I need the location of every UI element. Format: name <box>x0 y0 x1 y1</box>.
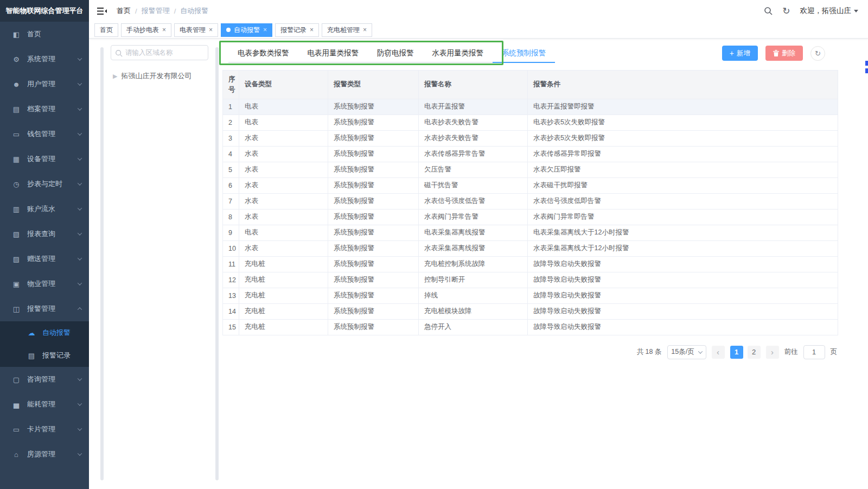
close-icon[interactable]: × <box>310 27 314 33</box>
table-row[interactable]: 10水表系统预制报警水表采集器离线报警水表采集器离线大于12小时报警 <box>223 240 838 256</box>
chevron-down-icon <box>78 81 82 85</box>
alarm-tab-系统预制报警[interactable]: 系统预制报警 <box>493 45 555 62</box>
user-menu[interactable]: 欢迎，拓强山庄 <box>800 6 859 16</box>
table-row[interactable]: 1电表系统预制报警电表开盖报警电表开盖报警即报警 <box>223 99 838 115</box>
table-cell: 6 <box>223 177 239 193</box>
sidebar-item-抄表与定时[interactable]: ◷抄表与定时 <box>0 172 89 196</box>
search-icon <box>115 49 123 57</box>
table-refresh-button[interactable]: ↻ <box>810 46 825 61</box>
page-button-2[interactable]: 2 <box>748 346 761 359</box>
page-size-select[interactable]: 15条/页 <box>667 345 706 359</box>
chevron-up-icon <box>78 307 82 312</box>
opened-tab-首页[interactable]: 首页 <box>94 23 118 37</box>
table-row[interactable]: 2电表系统预制报警电表抄表失败告警电表抄表5次失败即报警 <box>223 115 838 130</box>
sidebar-item-能耗管理[interactable]: ▅能耗管理 <box>0 392 89 417</box>
column-header-报警条件: 报警条件 <box>528 71 838 99</box>
close-icon[interactable]: × <box>162 27 166 33</box>
opened-tab-报警记录[interactable]: 报警记录× <box>275 23 319 37</box>
sidebar-item-赠送管理[interactable]: ▨赠送管理 <box>0 246 89 271</box>
opened-tab-手动抄电表[interactable]: 手动抄电表× <box>121 23 171 37</box>
table-row[interactable]: 5水表系统预制报警欠压告警水表欠压即报警 <box>223 162 838 177</box>
close-icon[interactable]: × <box>209 27 213 33</box>
collapse-sidebar-icon[interactable] <box>97 7 107 15</box>
table-row[interactable]: 4水表系统预制报警水表传感器异常告警水表传感器异常即报警 <box>223 146 838 162</box>
table-cell: 14 <box>223 303 239 319</box>
sidebar-subitem-报警记录[interactable]: ▤报警记录 <box>0 344 89 367</box>
tree-panel-scrollbar-right[interactable] <box>215 47 219 480</box>
sidebar-item-咨询管理[interactable]: ▢咨询管理 <box>0 367 89 392</box>
tree-expand-caret-icon[interactable]: ▶ <box>113 73 117 80</box>
breadcrumb-home[interactable]: 首页 <box>117 6 131 16</box>
table-cell: 故障导致启动失败报警 <box>528 256 838 272</box>
page-button-1[interactable]: 1 <box>730 346 743 359</box>
add-button[interactable]: + 新增 <box>722 46 758 61</box>
table-cell: 系统预制报警 <box>328 272 419 288</box>
sidebar-subitem-自动报警[interactable]: ☁自动报警 <box>0 321 89 344</box>
breadcrumb-alarm-management[interactable]: 报警管理 <box>142 6 170 16</box>
table-cell: 水表 <box>239 193 328 209</box>
table-cell: 系统预制报警 <box>328 256 419 272</box>
area-search-input[interactable] <box>125 49 201 56</box>
sidebar-item-label: 物业管理 <box>27 279 78 289</box>
opened-tab-充电桩管理[interactable]: 充电桩管理× <box>322 23 372 37</box>
goto-page-input[interactable] <box>803 345 825 359</box>
sidebar-item-报表查询[interactable]: ▧报表查询 <box>0 221 89 246</box>
table-row[interactable]: 7水表系统预制报警水表信号强度低告警水表信号强度低即告警 <box>223 193 838 209</box>
table-row[interactable]: 9电表系统预制报警电表采集器离线报警电表采集器离线大于12小时报警 <box>223 225 838 240</box>
sidebar-item-设备管理[interactable]: ▦设备管理 <box>0 147 89 172</box>
close-icon[interactable]: × <box>363 27 367 33</box>
table-cell: 电表 <box>239 225 328 240</box>
opened-tab-电表管理[interactable]: 电表管理× <box>174 23 218 37</box>
consult-icon: ▢ <box>12 376 21 384</box>
auto-alarm-icon: ☁ <box>27 329 36 337</box>
clipped-edge-artifact <box>865 61 868 76</box>
opened-tab-label: 充电桩管理 <box>327 26 360 35</box>
table-row[interactable]: 14充电桩系统预制报警充电桩模块故障故障导致启动失败报警 <box>223 303 838 319</box>
table-row[interactable]: 8水表系统预制报警水表阀门异常告警水表阀门异常即告警 <box>223 209 838 225</box>
table-cell: 系统预制报警 <box>328 303 419 319</box>
close-icon[interactable]: × <box>263 27 267 33</box>
sidebar-item-档案管理[interactable]: ▤档案管理 <box>0 97 89 122</box>
sidebar-item-账户流水[interactable]: ▥账户流水 <box>0 196 89 221</box>
tree-node-company[interactable]: ▶ 拓强山庄开发有限公司 <box>111 71 208 81</box>
table-row[interactable]: 11充电桩系统预制报警充电桩控制系统故障故障导致启动失败报警 <box>223 256 838 272</box>
alarm-tab-防窃电报警[interactable]: 防窃电报警 <box>368 45 423 62</box>
chevron-down-icon <box>78 231 82 235</box>
refresh-icon[interactable]: ↻ <box>782 5 790 17</box>
opened-tab-自动报警[interactable]: 自动报警× <box>221 23 272 37</box>
next-page-button[interactable]: › <box>766 346 779 359</box>
sidebar-item-label: 报表查询 <box>27 229 78 239</box>
alarm-tab-电表用量类报警[interactable]: 电表用量类报警 <box>298 45 368 62</box>
sidebar-item-系统管理[interactable]: ⚙系统管理 <box>0 47 89 72</box>
sidebar-item-label: 赠送管理 <box>27 254 78 264</box>
table-row[interactable]: 6水表系统预制报警磁干扰告警水表磁干扰即报警 <box>223 177 838 193</box>
sidebar-item-用户管理[interactable]: ☻用户管理 <box>0 72 89 97</box>
search-icon[interactable] <box>764 7 773 15</box>
sidebar-item-label: 咨询管理 <box>27 374 78 384</box>
prev-page-button[interactable]: ‹ <box>712 346 725 359</box>
table-row[interactable]: 15充电桩系统预制报警急停开入故障导致启动失败报警 <box>223 319 838 335</box>
delete-button[interactable]: 删除 <box>765 46 803 61</box>
sidebar-item-label: 首页 <box>27 29 81 39</box>
sidebar-item-label: 系统管理 <box>27 54 78 64</box>
table-cell: 12 <box>223 272 239 288</box>
table-cell: 水表信号强度低即告警 <box>528 193 838 209</box>
sidebar-item-首页[interactable]: ◧首页 <box>0 22 89 47</box>
chevron-down-icon <box>78 156 82 160</box>
sidebar-item-钱包管理[interactable]: ▭钱包管理 <box>0 122 89 147</box>
table-row[interactable]: 13充电桩系统预制报警掉线故障导致启动失败报警 <box>223 288 838 303</box>
sidebar-item-卡片管理[interactable]: ▭卡片管理 <box>0 417 89 442</box>
alarm-tab-水表用量类报警[interactable]: 水表用量类报警 <box>423 45 493 62</box>
table-cell: 水表 <box>239 162 328 177</box>
sidebar-item-物业管理[interactable]: ▣物业管理 <box>0 271 89 296</box>
toolbar-buttons: + 新增 删除 ↻ <box>722 46 825 61</box>
sidebar-item-报警管理[interactable]: ◫报警管理 <box>0 296 89 321</box>
table-cell: 充电桩控制系统故障 <box>419 256 528 272</box>
tree-panel-scrollbar-left[interactable] <box>100 47 104 480</box>
sidebar-subitem-label: 报警记录 <box>42 351 81 360</box>
sidebar-item-房源管理[interactable]: ⌂房源管理 <box>0 442 89 467</box>
table-row[interactable]: 12充电桩系统预制报警控制导引断开故障导致启动失败报警 <box>223 272 838 288</box>
alarm-tab-电表参数类报警[interactable]: 电表参数类报警 <box>228 45 298 62</box>
page-unit: 页 <box>831 347 838 357</box>
table-row[interactable]: 3水表系统预制报警水表抄表失败告警水表抄表5次失败即报警 <box>223 130 838 146</box>
